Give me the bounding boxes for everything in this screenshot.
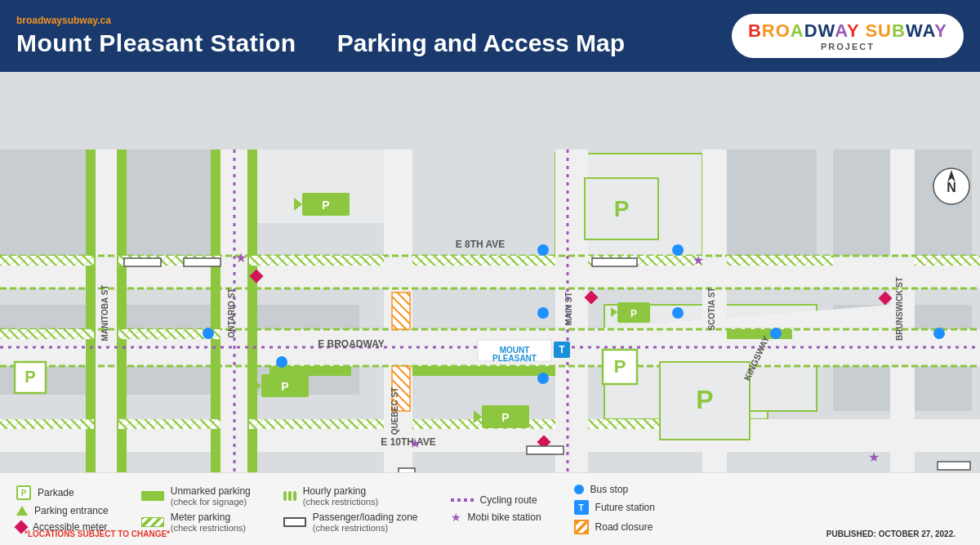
svg-text:★: ★ xyxy=(693,253,704,267)
svg-text:P: P xyxy=(630,308,637,319)
cycling-route-label: Cycling route xyxy=(480,494,537,506)
hourly-parking-swatch xyxy=(283,491,296,501)
svg-text:SCOTIA ST: SCOTIA ST xyxy=(707,288,716,331)
svg-rect-51 xyxy=(412,366,555,376)
svg-text:E BROADWAY: E BROADWAY xyxy=(318,338,385,350)
svg-text:T: T xyxy=(559,344,565,355)
station-title: Mount Pleasant Station xyxy=(16,29,296,57)
svg-rect-44 xyxy=(0,419,94,429)
legend-mobi-station: ★ Mobi bike station xyxy=(451,511,541,524)
logo-text: BROADWAY SUBWAY xyxy=(748,20,947,42)
svg-rect-52 xyxy=(392,293,410,329)
legend-unmarked-parking: Unmarked parking (check for signage) xyxy=(141,485,251,507)
legend: P Parkade Parking entrance Accessible me… xyxy=(0,472,980,545)
locations-note: *LOCATIONS SUBJECT TO CHANGE* xyxy=(24,529,170,538)
meter-parking-label: Meter parking xyxy=(171,511,246,523)
legend-parking-entrance: Parking entrance xyxy=(16,505,109,516)
svg-text:P: P xyxy=(24,368,35,386)
meter-parking-sub: (check restrictions) xyxy=(171,523,246,533)
svg-point-104 xyxy=(276,356,287,368)
cycling-route-swatch xyxy=(451,498,474,502)
legend-col-4: Cycling route ★ Mobi bike station xyxy=(451,494,541,524)
svg-point-96 xyxy=(537,244,549,256)
future-station-icon: T xyxy=(574,500,589,515)
parking-entrance-icon xyxy=(16,506,28,516)
header: broadwaysubway.ca Mount Pleasant Station… xyxy=(0,0,980,72)
bus-stop-icon xyxy=(574,485,584,494)
svg-rect-1 xyxy=(0,150,98,256)
svg-rect-41 xyxy=(915,256,980,266)
svg-point-99 xyxy=(672,244,684,256)
svg-rect-45 xyxy=(118,419,220,429)
svg-rect-38 xyxy=(412,256,555,266)
road-closure-swatch xyxy=(574,520,589,534)
svg-text:BRUNSWICK ST: BRUNSWICK ST xyxy=(895,277,904,341)
svg-text:E 10TH AVE: E 10TH AVE xyxy=(381,436,435,448)
star-icon: ★ xyxy=(451,511,461,524)
svg-text:P: P xyxy=(322,199,329,212)
legend-loading-zone: Passenger/loading zone (check restrictio… xyxy=(283,511,418,533)
svg-rect-113 xyxy=(124,258,161,266)
logo-container: BROADWAY SUBWAY PROJECT xyxy=(732,14,964,58)
svg-text:MAIN ST: MAIN ST xyxy=(564,292,573,325)
svg-text:N: N xyxy=(947,181,956,194)
svg-rect-37 xyxy=(249,256,384,266)
svg-point-102 xyxy=(672,307,684,319)
svg-text:P: P xyxy=(696,385,713,414)
map-title: Parking and Access Map xyxy=(337,29,625,57)
legend-cycling-route: Cycling route xyxy=(451,494,541,506)
parkade-icon: P xyxy=(16,485,31,500)
svg-point-103 xyxy=(203,328,214,339)
svg-text:P: P xyxy=(281,380,288,393)
road-closure-label: Road closure xyxy=(595,521,653,533)
svg-rect-116 xyxy=(527,446,564,454)
legend-future-station: T Future station xyxy=(574,500,655,515)
svg-point-97 xyxy=(537,307,549,319)
svg-rect-115 xyxy=(592,258,637,266)
legend-col-1: P Parkade Parking entrance Accessible me… xyxy=(16,485,109,533)
legend-road-closure: Road closure xyxy=(574,520,655,534)
svg-rect-114 xyxy=(184,258,220,266)
unmarked-parking-swatch xyxy=(141,491,164,501)
svg-text:P: P xyxy=(614,196,630,221)
loading-zone-swatch xyxy=(283,517,306,527)
legend-col-5: Bus stop T Future station Road closure xyxy=(574,484,655,534)
svg-rect-49 xyxy=(727,329,792,339)
unmarked-parking-sub: (check for signage) xyxy=(171,497,251,507)
mobi-station-label: Mobi bike station xyxy=(468,511,541,523)
svg-text:P: P xyxy=(614,356,626,377)
svg-rect-118 xyxy=(938,462,970,470)
legend-hourly-parking: Hourly parking (check restrictions) xyxy=(283,485,418,507)
map-area: P P P P P P P P MOUNT PLEASANT T xyxy=(0,72,980,472)
loading-zone-label: Passenger/loading zone xyxy=(313,511,418,523)
svg-text:★: ★ xyxy=(868,450,880,464)
legend-col-2: Unmarked parking (check for signage) Met… xyxy=(141,485,251,533)
bus-stop-label: Bus stop xyxy=(590,484,629,495)
svg-rect-2 xyxy=(118,150,225,256)
website-url: broadwaysubway.ca xyxy=(16,15,625,26)
hourly-parking-sub: (check restrictions) xyxy=(303,497,378,507)
logo-project: PROJECT xyxy=(821,42,875,51)
meter-parking-swatch xyxy=(141,517,164,527)
map-svg: P P P P P P P P MOUNT PLEASANT T xyxy=(0,72,980,472)
svg-point-101 xyxy=(933,328,945,339)
unmarked-parking-label: Unmarked parking xyxy=(171,485,251,497)
future-station-label: Future station xyxy=(595,502,655,513)
svg-text:★: ★ xyxy=(409,436,421,450)
svg-rect-42 xyxy=(0,329,94,339)
hourly-parking-label: Hourly parking xyxy=(303,485,378,497)
legend-col-3: Hourly parking (check restrictions) Pass… xyxy=(283,485,418,533)
svg-text:MANITOBA ST: MANITOBA ST xyxy=(100,285,109,342)
parking-entrance-label: Parking entrance xyxy=(34,505,109,516)
parkade-label: Parkade xyxy=(38,487,74,498)
svg-point-100 xyxy=(770,328,782,339)
published-note: PUBLISHED: OCTOBER 27, 2022. xyxy=(826,529,956,538)
loading-zone-sub: (check restrictions) xyxy=(313,523,418,533)
svg-text:PLEASANT: PLEASANT xyxy=(492,354,537,363)
svg-text:QUEBEC ST: QUEBEC ST xyxy=(390,387,399,435)
svg-text:P: P xyxy=(501,411,509,424)
svg-point-98 xyxy=(537,373,549,384)
svg-rect-35 xyxy=(0,256,94,266)
legend-bus-stop: Bus stop xyxy=(574,484,655,495)
svg-text:★: ★ xyxy=(235,251,247,265)
